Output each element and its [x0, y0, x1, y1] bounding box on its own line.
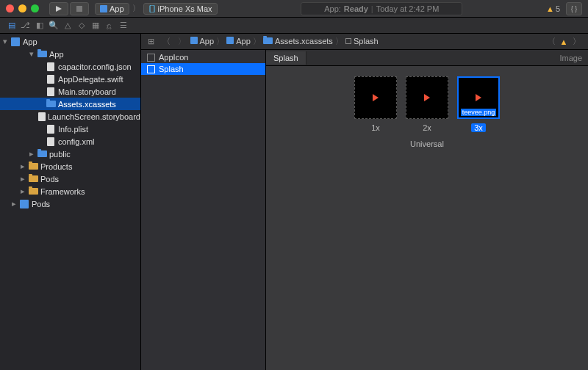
project-root[interactable]: ▾ App	[0, 35, 140, 48]
image-well[interactable]	[354, 76, 397, 119]
file-label: AppDelegate.swift	[58, 75, 123, 84]
asset-label: Splash	[159, 65, 184, 73]
scale-label: 1x	[371, 123, 380, 132]
file-label: App	[49, 50, 64, 59]
target-icon	[100, 5, 107, 12]
file-label: public	[49, 150, 71, 159]
file-icon	[37, 50, 47, 59]
image-slot-column: 2x	[406, 76, 448, 132]
minimize-window-button[interactable]	[18, 4, 26, 12]
image-well[interactable]: teevee.png	[457, 76, 500, 119]
back-button[interactable]: 〈	[160, 36, 173, 48]
file-tree-item[interactable]: LaunchScreen.storyboard	[0, 110, 140, 123]
related-items-icon[interactable]: ⊞	[145, 36, 157, 48]
file-tree-item[interactable]: ▾App	[0, 48, 140, 60]
file-tree-item[interactable]: ▸public	[0, 148, 140, 160]
breadcrumb-path[interactable]: App 〉 App 〉 Assets.xcassets 〉 Splash	[190, 36, 379, 47]
file-tree-item[interactable]: Assets.xcassets	[0, 98, 140, 110]
file-label: config.xml	[58, 137, 95, 146]
status-time: Today at 2:42 PM	[376, 4, 440, 13]
file-tree-item[interactable]: Main.storyboard	[0, 85, 140, 98]
warning-icon: ▲	[546, 4, 554, 13]
close-window-button[interactable]	[6, 4, 14, 12]
device-icon	[148, 5, 156, 12]
issue-navigator-icon[interactable]: △	[61, 20, 74, 32]
project-navigator: ▾ App ▾Appcapacitor.config.jsonAppDelega…	[0, 34, 141, 370]
zoom-window-button[interactable]	[31, 4, 39, 12]
jump-back-icon[interactable]: 〈	[545, 37, 557, 47]
scheme-selector[interactable]: App 〉 iPhone Xs Max	[95, 3, 218, 15]
jump-forward-icon[interactable]: 〉	[570, 37, 582, 47]
file-tree-item[interactable]: Info.plist	[0, 123, 140, 135]
asset-editor: Splash Image 1x2xteevee.png3x Universal	[266, 50, 588, 370]
file-tree-item[interactable]: capacitor.config.json	[0, 60, 140, 73]
project-navigator-icon[interactable]: ▤	[5, 20, 18, 32]
disclosure-triangle-icon[interactable]: ▾	[1, 37, 9, 46]
file-icon	[46, 75, 56, 84]
window-controls	[6, 4, 39, 12]
splash-image-icon	[476, 94, 481, 101]
run-button[interactable]	[49, 2, 68, 15]
file-tree-item[interactable]: config.xml	[0, 135, 140, 148]
disclosure-triangle-icon[interactable]: ▸	[19, 162, 26, 171]
project-root-label: App	[23, 37, 37, 46]
file-icon	[19, 200, 29, 208]
symbol-navigator-icon[interactable]: ◧	[33, 20, 46, 32]
file-icon	[28, 175, 38, 184]
warning-count: 5	[556, 4, 560, 13]
file-icon	[28, 162, 38, 171]
splash-image-icon	[424, 94, 430, 101]
file-tree-item[interactable]: ▸Frameworks	[0, 185, 140, 197]
selected-filename: teevee.png	[461, 109, 497, 116]
svg-rect-7	[226, 37, 234, 44]
file-icon	[46, 87, 56, 96]
disclosure-triangle-icon[interactable]: ▸	[28, 149, 35, 159]
svg-rect-5	[20, 200, 29, 208]
disclosure-triangle-icon[interactable]: ▸	[10, 199, 18, 208]
scale-label: 3x	[471, 123, 486, 132]
title-bar: App 〉 iPhone Xs Max App: Ready | Today a…	[0, 0, 588, 18]
file-label: Info.plist	[58, 125, 88, 134]
file-label: Assets.xcassets	[58, 100, 116, 109]
svg-rect-2	[100, 5, 107, 12]
file-label: Pods	[32, 200, 50, 208]
source-control-navigator-icon[interactable]: ⎇	[19, 20, 32, 32]
find-navigator-icon[interactable]: 🔍	[47, 20, 60, 32]
breakpoint-navigator-icon[interactable]: ⎌	[103, 20, 115, 32]
issue-jump-icon[interactable]: ▲	[558, 37, 570, 47]
file-label: Frameworks	[40, 187, 85, 196]
activity-status: App: Ready | Today at 2:42 PM	[218, 2, 546, 15]
asset-catalog-list: AppIconSplash	[141, 50, 266, 370]
code-review-button[interactable]: { }	[566, 2, 582, 15]
test-navigator-icon[interactable]: ◇	[75, 20, 87, 32]
editor-tab[interactable]: Splash	[266, 51, 306, 65]
imageset-icon	[147, 65, 155, 73]
file-tree-item[interactable]: ▸Pods	[0, 173, 140, 185]
issues-indicator[interactable]: ▲ 5	[546, 4, 560, 13]
forward-button[interactable]: 〉	[176, 36, 188, 48]
debug-navigator-icon[interactable]: ▦	[89, 20, 101, 32]
file-icon	[46, 125, 56, 134]
disclosure-triangle-icon[interactable]: ▸	[19, 186, 26, 196]
scheme-app-label: App	[110, 4, 124, 13]
file-label: Main.storyboard	[58, 87, 116, 96]
image-set-label: Universal	[266, 139, 588, 148]
image-well[interactable]	[406, 76, 448, 119]
asset-kind-label: Image	[559, 54, 582, 62]
stop-button[interactable]	[70, 2, 89, 15]
status-prefix: App:	[324, 4, 341, 13]
file-icon	[46, 100, 56, 109]
file-tree-item[interactable]: ▸Pods	[0, 197, 140, 210]
svg-rect-1	[76, 6, 82, 12]
breadcrumb-bar: ⊞ 〈 〉 App 〉 App 〉 Assets.xcassets 〉 Spla…	[141, 34, 588, 50]
asset-list-item[interactable]: AppIcon	[141, 51, 265, 63]
asset-list-item[interactable]: Splash	[141, 63, 265, 75]
file-tree-item[interactable]: ▸Products	[0, 160, 140, 173]
disclosure-triangle-icon[interactable]: ▸	[19, 174, 26, 184]
disclosure-triangle-icon[interactable]: ▾	[28, 49, 35, 59]
image-slot-column: teevee.png3x	[457, 76, 500, 132]
svg-rect-6	[190, 37, 198, 44]
svg-marker-0	[56, 6, 62, 12]
report-navigator-icon[interactable]: ☰	[117, 20, 129, 32]
file-tree-item[interactable]: AppDelegate.swift	[0, 73, 140, 85]
